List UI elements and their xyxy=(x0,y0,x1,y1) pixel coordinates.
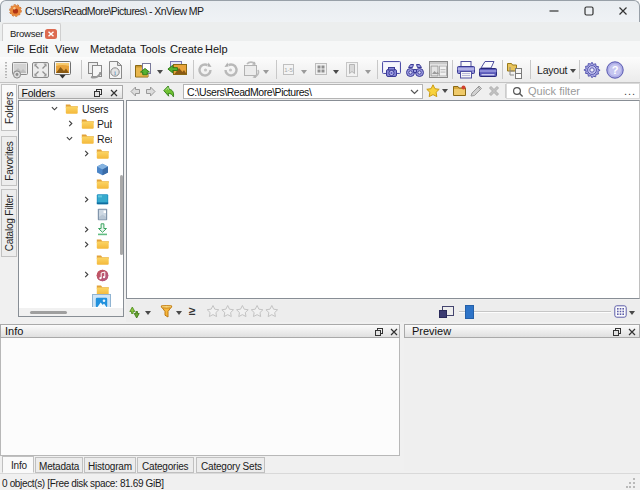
svg-text:i: i xyxy=(114,69,116,77)
svg-text:1-5: 1-5 xyxy=(284,67,293,73)
svg-text:?: ? xyxy=(612,64,619,76)
